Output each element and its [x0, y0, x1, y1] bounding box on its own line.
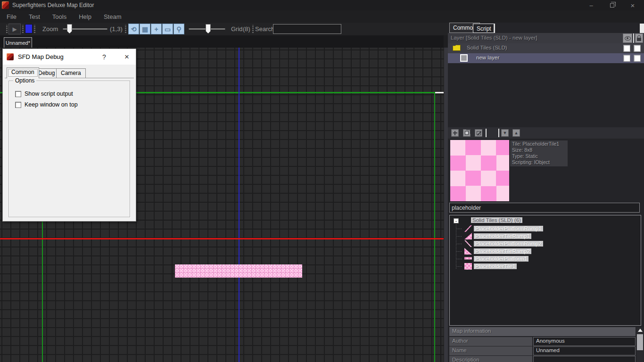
toolbar-grip[interactable]: [6, 25, 8, 33]
tile-type: Type: Static: [512, 153, 566, 159]
debug-tab-common[interactable]: Common: [7, 67, 39, 78]
placed-placeholder-tiles[interactable]: [175, 264, 302, 278]
toggle-crosshair-button[interactable]: +: [151, 24, 162, 34]
help-button[interactable]: ?: [97, 52, 111, 62]
play-test-button[interactable]: ▶: [8, 24, 21, 34]
tree-item-label[interactable]: PlaceholderTile1: [474, 263, 517, 269]
layer-visible-checkbox[interactable]: [623, 55, 630, 62]
tree-item-label[interactable]: PlaceholderTileRamp1: [474, 233, 531, 239]
tree-item-label[interactable]: PlaceholderPlatformRamp1: [474, 226, 543, 231]
toolbar-grip[interactable]: [252, 25, 254, 33]
toggle-lock-button[interactable]: [635, 33, 643, 43]
layer-visible-checkbox[interactable]: [623, 45, 630, 52]
toggle-visibility-button[interactable]: [623, 33, 632, 43]
panel-tab-script[interactable]: Script: [473, 24, 495, 33]
author-value[interactable]: Anonymous: [533, 337, 636, 346]
menu-bar: File Test Tools Help Steam: [0, 10, 644, 23]
tree-item-label[interactable]: PlaceholderTileRamp2: [474, 248, 531, 254]
tree-expander[interactable]: -: [454, 218, 459, 223]
toggle-markers-button[interactable]: ⚲: [173, 24, 184, 34]
app-icon: [2, 1, 9, 9]
layer-header-bar: Layer [Solid Tiles (SLD) - new layer]: [448, 33, 644, 43]
toggle-grid-button[interactable]: ▦: [140, 24, 150, 34]
toolbar-grip[interactable]: [34, 25, 35, 33]
scrollbar-thumb[interactable]: [637, 334, 643, 350]
menu-test[interactable]: Test: [29, 13, 40, 20]
panel-splitter[interactable]: [444, 48, 448, 362]
plus-icon: [453, 131, 457, 135]
cursor-coordinates: (1,3): [110, 25, 123, 33]
title-bar: Superfighters Deluxe Map Editor – ×: [0, 0, 644, 10]
tree-item[interactable]: PlaceholderPlatformRamp2: [463, 240, 543, 247]
debug-tab-camera[interactable]: Camera: [56, 68, 86, 78]
grid-size-value: (8): [243, 25, 250, 33]
tree-item[interactable]: PlaceholderTileRamp1: [463, 232, 531, 240]
dialog-close-button[interactable]: ×: [120, 52, 134, 62]
move-layer-up-button[interactable]: ▲: [512, 129, 520, 137]
layer-row-solid-tiles[interactable]: Solid Tiles (SLD): [448, 43, 644, 53]
tile-search-input[interactable]: [449, 203, 640, 213]
grid-size-slider[interactable]: [189, 24, 225, 34]
tile-name: Tile: PlaceholderTile1: [512, 141, 566, 147]
restore-button[interactable]: [602, 0, 622, 10]
minimize-button[interactable]: –: [581, 0, 602, 10]
map-info-row-author: Author Anonymous: [449, 337, 636, 346]
description-value[interactable]: [533, 356, 636, 362]
copy-icon: [465, 131, 469, 135]
layer-name-label: new layer: [476, 55, 499, 60]
show-script-output-label: Show script output: [25, 90, 73, 97]
toolbar-separator: [486, 129, 487, 137]
tree-item[interactable]: PlaceholderPlatform1: [463, 255, 528, 263]
zoom-slider[interactable]: [63, 24, 107, 34]
sfd-map-debug-dialog: SFD Map Debug ? × Common Debug Camera Op…: [2, 49, 136, 222]
tree-item[interactable]: PlaceholderTile1: [463, 263, 517, 270]
name-value[interactable]: Unnamed: [533, 346, 636, 355]
layer-row-new-layer[interactable]: new layer: [448, 53, 644, 63]
placeholder-platform1-icon: [464, 255, 472, 262]
tree-item[interactable]: PlaceholderPlatformRamp1: [463, 225, 543, 232]
toolbar-grip[interactable]: [22, 25, 24, 33]
map-information-header[interactable]: Map information: [449, 327, 636, 336]
color-swatch[interactable]: [25, 24, 33, 33]
debug-dialog-title-bar[interactable]: SFD Map Debug ? ×: [3, 49, 136, 65]
layer-lock-checkbox[interactable]: [634, 45, 641, 52]
show-script-output-checkbox[interactable]: [15, 91, 21, 97]
toolbar-search-input[interactable]: [273, 24, 341, 34]
document-tab-strip: Unnamed*: [0, 35, 444, 48]
rotate-view-button[interactable]: ⟲: [128, 24, 139, 34]
close-button[interactable]: ×: [622, 0, 643, 10]
folder-icon: [453, 45, 461, 51]
tree-item-label[interactable]: PlaceholderPlatform1: [474, 256, 528, 262]
grid-slider-thumb[interactable]: [206, 24, 211, 33]
map-info-row-name: Name Unnamed: [449, 346, 636, 355]
menu-help[interactable]: Help: [79, 13, 91, 20]
layer-icon: [460, 54, 468, 62]
move-layer-down-button[interactable]: ▼: [501, 129, 509, 137]
keep-window-on-top-row[interactable]: Keep window on top: [15, 101, 78, 108]
layer-group-label: Solid Tiles (SLD): [467, 45, 507, 50]
menu-file[interactable]: File: [7, 13, 17, 20]
tile-preview: [450, 140, 509, 201]
keep-window-on-top-checkbox[interactable]: [15, 102, 21, 108]
toggle-bounds-button[interactable]: ▭: [162, 24, 173, 34]
tree-item[interactable]: PlaceholderTileRamp2: [463, 247, 531, 255]
menu-steam[interactable]: Steam: [104, 13, 122, 20]
eye-icon: [625, 36, 631, 41]
add-layer-button[interactable]: [451, 129, 459, 137]
map-editor-window: Superfighters Deluxe Map Editor – × File…: [0, 0, 644, 362]
show-script-output-row[interactable]: Show script output: [15, 90, 73, 97]
copy-layer-button[interactable]: [463, 129, 471, 137]
menu-tools[interactable]: Tools: [52, 13, 66, 20]
delete-layer-button[interactable]: [475, 129, 482, 137]
toolbar-grip[interactable]: [125, 25, 126, 33]
lock-icon: [637, 38, 641, 41]
placeholder-platform-ramp2-icon: [464, 240, 472, 247]
map-info-scrollbar[interactable]: [636, 327, 644, 362]
zoom-slider-thumb[interactable]: [67, 24, 72, 33]
tree-item-label[interactable]: PlaceholderPlatformRamp2: [474, 241, 543, 247]
sfd-icon: [7, 53, 14, 60]
scroll-up-icon[interactable]: [638, 329, 643, 332]
tree-root-label[interactable]: Solid Tiles (SLD) (6): [471, 217, 522, 223]
layer-lock-checkbox[interactable]: [634, 55, 641, 62]
document-tab-unnamed[interactable]: Unnamed*: [4, 37, 32, 48]
